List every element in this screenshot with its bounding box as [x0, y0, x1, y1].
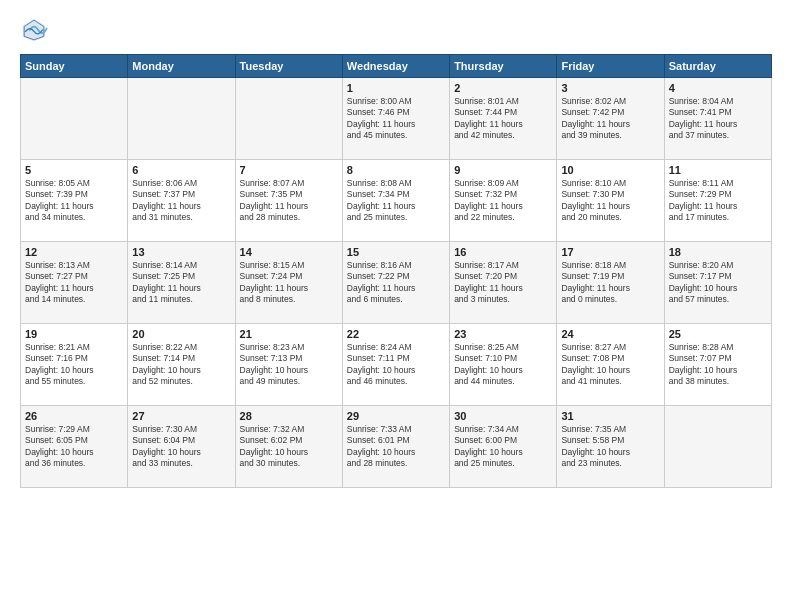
cell-info: Sunrise: 8:21 AM Sunset: 7:16 PM Dayligh…	[25, 342, 123, 388]
calendar-cell: 26Sunrise: 7:29 AM Sunset: 6:05 PM Dayli…	[21, 406, 128, 488]
calendar-cell: 24Sunrise: 8:27 AM Sunset: 7:08 PM Dayli…	[557, 324, 664, 406]
day-number: 19	[25, 328, 123, 340]
weekday-header-saturday: Saturday	[664, 55, 771, 78]
calendar-week-3: 12Sunrise: 8:13 AM Sunset: 7:27 PM Dayli…	[21, 242, 772, 324]
weekday-header-wednesday: Wednesday	[342, 55, 449, 78]
day-number: 6	[132, 164, 230, 176]
cell-info: Sunrise: 7:34 AM Sunset: 6:00 PM Dayligh…	[454, 424, 552, 470]
weekday-header-monday: Monday	[128, 55, 235, 78]
day-number: 5	[25, 164, 123, 176]
calendar-cell: 21Sunrise: 8:23 AM Sunset: 7:13 PM Dayli…	[235, 324, 342, 406]
day-number: 25	[669, 328, 767, 340]
cell-info: Sunrise: 8:00 AM Sunset: 7:46 PM Dayligh…	[347, 96, 445, 142]
day-number: 1	[347, 82, 445, 94]
weekday-header-sunday: Sunday	[21, 55, 128, 78]
calendar-cell: 13Sunrise: 8:14 AM Sunset: 7:25 PM Dayli…	[128, 242, 235, 324]
calendar-cell: 11Sunrise: 8:11 AM Sunset: 7:29 PM Dayli…	[664, 160, 771, 242]
cell-info: Sunrise: 8:25 AM Sunset: 7:10 PM Dayligh…	[454, 342, 552, 388]
calendar-cell: 6Sunrise: 8:06 AM Sunset: 7:37 PM Daylig…	[128, 160, 235, 242]
day-number: 8	[347, 164, 445, 176]
calendar-cell: 22Sunrise: 8:24 AM Sunset: 7:11 PM Dayli…	[342, 324, 449, 406]
day-number: 31	[561, 410, 659, 422]
cell-info: Sunrise: 8:01 AM Sunset: 7:44 PM Dayligh…	[454, 96, 552, 142]
calendar-cell: 2Sunrise: 8:01 AM Sunset: 7:44 PM Daylig…	[450, 78, 557, 160]
cell-info: Sunrise: 8:20 AM Sunset: 7:17 PM Dayligh…	[669, 260, 767, 306]
calendar-cell: 23Sunrise: 8:25 AM Sunset: 7:10 PM Dayli…	[450, 324, 557, 406]
weekday-header-thursday: Thursday	[450, 55, 557, 78]
calendar-body: 1Sunrise: 8:00 AM Sunset: 7:46 PM Daylig…	[21, 78, 772, 488]
cell-info: Sunrise: 8:04 AM Sunset: 7:41 PM Dayligh…	[669, 96, 767, 142]
day-number: 11	[669, 164, 767, 176]
cell-info: Sunrise: 8:08 AM Sunset: 7:34 PM Dayligh…	[347, 178, 445, 224]
day-number: 18	[669, 246, 767, 258]
calendar-cell: 16Sunrise: 8:17 AM Sunset: 7:20 PM Dayli…	[450, 242, 557, 324]
calendar-cell: 5Sunrise: 8:05 AM Sunset: 7:39 PM Daylig…	[21, 160, 128, 242]
cell-info: Sunrise: 7:33 AM Sunset: 6:01 PM Dayligh…	[347, 424, 445, 470]
calendar-cell: 31Sunrise: 7:35 AM Sunset: 5:58 PM Dayli…	[557, 406, 664, 488]
day-number: 2	[454, 82, 552, 94]
page: SundayMondayTuesdayWednesdayThursdayFrid…	[0, 0, 792, 500]
day-number: 4	[669, 82, 767, 94]
cell-info: Sunrise: 8:28 AM Sunset: 7:07 PM Dayligh…	[669, 342, 767, 388]
cell-info: Sunrise: 8:02 AM Sunset: 7:42 PM Dayligh…	[561, 96, 659, 142]
calendar-table: SundayMondayTuesdayWednesdayThursdayFrid…	[20, 54, 772, 488]
day-number: 12	[25, 246, 123, 258]
cell-info: Sunrise: 7:35 AM Sunset: 5:58 PM Dayligh…	[561, 424, 659, 470]
cell-info: Sunrise: 8:24 AM Sunset: 7:11 PM Dayligh…	[347, 342, 445, 388]
weekday-header-friday: Friday	[557, 55, 664, 78]
cell-info: Sunrise: 7:32 AM Sunset: 6:02 PM Dayligh…	[240, 424, 338, 470]
calendar-cell: 17Sunrise: 8:18 AM Sunset: 7:19 PM Dayli…	[557, 242, 664, 324]
calendar-cell: 3Sunrise: 8:02 AM Sunset: 7:42 PM Daylig…	[557, 78, 664, 160]
cell-info: Sunrise: 8:13 AM Sunset: 7:27 PM Dayligh…	[25, 260, 123, 306]
day-number: 3	[561, 82, 659, 94]
calendar-cell: 4Sunrise: 8:04 AM Sunset: 7:41 PM Daylig…	[664, 78, 771, 160]
calendar-cell: 28Sunrise: 7:32 AM Sunset: 6:02 PM Dayli…	[235, 406, 342, 488]
calendar-cell: 15Sunrise: 8:16 AM Sunset: 7:22 PM Dayli…	[342, 242, 449, 324]
calendar-cell: 18Sunrise: 8:20 AM Sunset: 7:17 PM Dayli…	[664, 242, 771, 324]
day-number: 29	[347, 410, 445, 422]
calendar-cell: 27Sunrise: 7:30 AM Sunset: 6:04 PM Dayli…	[128, 406, 235, 488]
calendar-cell: 8Sunrise: 8:08 AM Sunset: 7:34 PM Daylig…	[342, 160, 449, 242]
day-number: 16	[454, 246, 552, 258]
calendar-cell: 12Sunrise: 8:13 AM Sunset: 7:27 PM Dayli…	[21, 242, 128, 324]
cell-info: Sunrise: 8:09 AM Sunset: 7:32 PM Dayligh…	[454, 178, 552, 224]
logo	[20, 16, 52, 44]
header-row: SundayMondayTuesdayWednesdayThursdayFrid…	[21, 55, 772, 78]
calendar-week-2: 5Sunrise: 8:05 AM Sunset: 7:39 PM Daylig…	[21, 160, 772, 242]
calendar-cell	[235, 78, 342, 160]
day-number: 9	[454, 164, 552, 176]
day-number: 7	[240, 164, 338, 176]
day-number: 27	[132, 410, 230, 422]
weekday-header-tuesday: Tuesday	[235, 55, 342, 78]
calendar-cell: 29Sunrise: 7:33 AM Sunset: 6:01 PM Dayli…	[342, 406, 449, 488]
calendar-cell: 30Sunrise: 7:34 AM Sunset: 6:00 PM Dayli…	[450, 406, 557, 488]
day-number: 10	[561, 164, 659, 176]
cell-info: Sunrise: 8:10 AM Sunset: 7:30 PM Dayligh…	[561, 178, 659, 224]
cell-info: Sunrise: 8:27 AM Sunset: 7:08 PM Dayligh…	[561, 342, 659, 388]
calendar-week-1: 1Sunrise: 8:00 AM Sunset: 7:46 PM Daylig…	[21, 78, 772, 160]
calendar-cell: 25Sunrise: 8:28 AM Sunset: 7:07 PM Dayli…	[664, 324, 771, 406]
calendar-cell	[21, 78, 128, 160]
calendar-cell: 20Sunrise: 8:22 AM Sunset: 7:14 PM Dayli…	[128, 324, 235, 406]
day-number: 23	[454, 328, 552, 340]
cell-info: Sunrise: 8:07 AM Sunset: 7:35 PM Dayligh…	[240, 178, 338, 224]
day-number: 20	[132, 328, 230, 340]
day-number: 14	[240, 246, 338, 258]
day-number: 21	[240, 328, 338, 340]
calendar-header: SundayMondayTuesdayWednesdayThursdayFrid…	[21, 55, 772, 78]
calendar-cell: 10Sunrise: 8:10 AM Sunset: 7:30 PM Dayli…	[557, 160, 664, 242]
cell-info: Sunrise: 8:16 AM Sunset: 7:22 PM Dayligh…	[347, 260, 445, 306]
cell-info: Sunrise: 8:23 AM Sunset: 7:13 PM Dayligh…	[240, 342, 338, 388]
day-number: 30	[454, 410, 552, 422]
cell-info: Sunrise: 8:11 AM Sunset: 7:29 PM Dayligh…	[669, 178, 767, 224]
cell-info: Sunrise: 8:17 AM Sunset: 7:20 PM Dayligh…	[454, 260, 552, 306]
day-number: 17	[561, 246, 659, 258]
cell-info: Sunrise: 8:05 AM Sunset: 7:39 PM Dayligh…	[25, 178, 123, 224]
day-number: 24	[561, 328, 659, 340]
cell-info: Sunrise: 8:06 AM Sunset: 7:37 PM Dayligh…	[132, 178, 230, 224]
day-number: 26	[25, 410, 123, 422]
calendar-week-4: 19Sunrise: 8:21 AM Sunset: 7:16 PM Dayli…	[21, 324, 772, 406]
calendar-cell: 19Sunrise: 8:21 AM Sunset: 7:16 PM Dayli…	[21, 324, 128, 406]
calendar-cell: 14Sunrise: 8:15 AM Sunset: 7:24 PM Dayli…	[235, 242, 342, 324]
cell-info: Sunrise: 8:14 AM Sunset: 7:25 PM Dayligh…	[132, 260, 230, 306]
